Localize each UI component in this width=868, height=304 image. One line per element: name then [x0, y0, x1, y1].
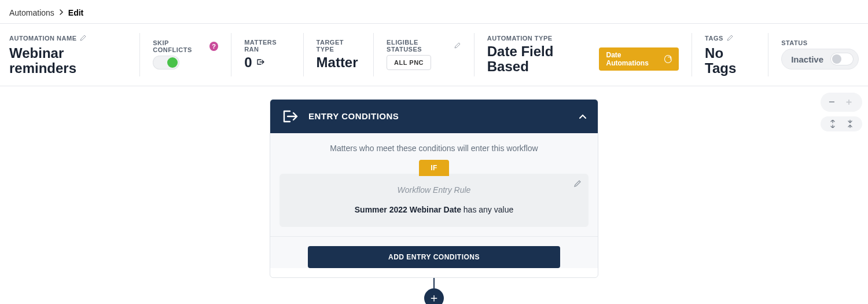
summary-eligible-statuses: ELIGIBLE STATUSES ALL PNC	[374, 33, 475, 76]
status-label: STATUS	[781, 39, 859, 46]
automation-name-value: Webinar reminders	[9, 46, 127, 76]
card-header[interactable]: ENTRY CONDITIONS	[270, 100, 598, 133]
summary-skip-conflicts: SKIP CONFLICTS ?	[140, 33, 231, 76]
automation-type-value: Date Field Based	[487, 44, 591, 75]
toggle-knob	[832, 54, 841, 64]
zoom-out-in: − ＋	[821, 93, 862, 112]
breadcrumb-root[interactable]: Automations	[9, 8, 54, 17]
status-value: Inactive	[791, 54, 823, 64]
connector-line	[433, 278, 435, 288]
canvas-area: ENTRY CONDITIONS Matters who meet these …	[0, 86, 868, 304]
breadcrumb: Automations Edit	[0, 0, 868, 23]
summary-bar: AUTOMATION NAME Webinar reminders SKIP C…	[0, 24, 868, 86]
pencil-icon[interactable]	[727, 33, 734, 43]
rule-condition: has any value	[461, 205, 513, 214]
caret-up-icon[interactable]	[579, 112, 586, 120]
status-pill: Inactive	[781, 49, 859, 69]
card-body: Matters who meet these conditions will e…	[270, 133, 598, 268]
eligible-status-chip[interactable]: ALL PNC	[387, 55, 431, 70]
automation-name-label: AUTOMATION NAME	[9, 35, 76, 42]
breadcrumb-current: Edit	[68, 8, 83, 17]
automation-type-chip[interactable]: Date Automations	[599, 47, 679, 71]
eligible-statuses-label: ELIGIBLE STATUSES	[387, 39, 451, 53]
card-description: Matters who meet these conditions will e…	[270, 133, 598, 160]
toggle-knob	[167, 57, 178, 68]
tags-label: TAGS	[705, 35, 723, 42]
summary-target-type: TARGET TYPE Matter	[304, 33, 374, 76]
summary-automation-type: AUTOMATION TYPE Date Field Based Date Au…	[475, 33, 692, 76]
chip-label: Date Automations	[606, 51, 661, 67]
zoom-in-button[interactable]: ＋	[844, 96, 854, 108]
enter-icon	[282, 108, 299, 125]
matters-ran-value: 0	[244, 55, 252, 70]
pencil-icon[interactable]	[454, 41, 461, 51]
tags-value: No Tags	[705, 46, 755, 76]
target-type-label: TARGET TYPE	[317, 39, 361, 53]
enter-icon[interactable]	[257, 58, 265, 68]
rule-subtitle: Workflow Entry Rule	[289, 185, 579, 195]
if-chip: IF	[419, 160, 449, 176]
summary-tags: TAGS No Tags	[692, 33, 768, 76]
rule-field: Summer 2022 Webinar Date	[355, 205, 461, 214]
rule-text: Summer 2022 Webinar Date has any value	[289, 205, 579, 214]
help-icon[interactable]: ?	[209, 42, 218, 51]
zoom-controls: − ＋	[821, 93, 862, 131]
status-toggle[interactable]	[830, 53, 854, 65]
summary-matters-ran: MATTERS RAN 0	[231, 33, 303, 76]
entry-conditions-card: ENTRY CONDITIONS Matters who meet these …	[270, 99, 598, 278]
divider	[270, 236, 598, 237]
rule-box[interactable]: Workflow Entry Rule Summer 2022 Webinar …	[279, 174, 589, 227]
automation-type-label: AUTOMATION TYPE	[487, 35, 679, 42]
summary-automation-name: AUTOMATION NAME Webinar reminders	[9, 33, 140, 76]
chevron-right-icon	[59, 9, 64, 17]
skip-conflicts-toggle[interactable]	[153, 56, 179, 69]
add-step-button[interactable]: ＋	[424, 288, 444, 304]
target-type-value: Matter	[317, 55, 361, 70]
card-title: ENTRY CONDITIONS	[308, 111, 570, 121]
pencil-icon[interactable]	[80, 33, 87, 43]
add-entry-conditions-button[interactable]: ADD ENTRY CONDITIONS	[308, 246, 560, 268]
summary-status: STATUS Inactive	[768, 33, 859, 76]
expand-icon[interactable]	[829, 120, 837, 128]
skip-conflicts-label: SKIP CONFLICTS	[153, 39, 206, 53]
expand-collapse	[821, 116, 862, 131]
collapse-icon[interactable]	[846, 120, 854, 128]
zoom-out-button[interactable]: −	[829, 96, 835, 108]
matters-ran-label: MATTERS RAN	[244, 39, 290, 53]
pencil-icon[interactable]	[573, 180, 582, 190]
clock-icon	[664, 55, 672, 63]
